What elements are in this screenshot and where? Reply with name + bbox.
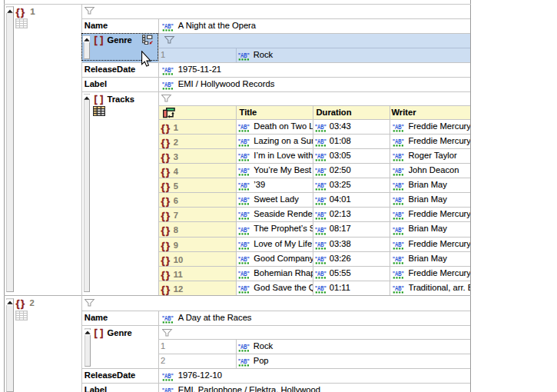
svg-text:"AB": "AB" — [238, 196, 250, 204]
svg-text:"AB": "AB" — [238, 240, 250, 247]
svg-text:"AB": "AB" — [393, 211, 404, 218]
svg-text:"AB": "AB" — [393, 167, 404, 174]
svg-text:"AB": "AB" — [393, 225, 404, 233]
svg-text:"AB": "AB" — [238, 211, 250, 218]
svg-text:"AB": "AB" — [162, 372, 174, 380]
svg-text:"AB": "AB" — [162, 314, 174, 322]
svg-text:"AB": "AB" — [238, 284, 250, 292]
svg-text:"AB": "AB" — [238, 225, 250, 233]
svg-text:"AB": "AB" — [238, 254, 250, 262]
svg-text:"AB": "AB" — [393, 181, 404, 189]
svg-text:"AB": "AB" — [393, 122, 404, 130]
svg-text:"AB": "AB" — [162, 65, 174, 73]
svg-text:"AB": "AB" — [315, 137, 327, 145]
svg-text:"AB": "AB" — [238, 137, 250, 145]
svg-text:"AB": "AB" — [315, 254, 327, 262]
svg-text:"AB": "AB" — [393, 196, 404, 204]
svg-text:"AB": "AB" — [315, 284, 327, 292]
svg-text:"AB": "AB" — [393, 254, 404, 262]
svg-text:"AB": "AB" — [238, 167, 250, 174]
svg-text:"AB": "AB" — [315, 211, 327, 218]
svg-text:"AB": "AB" — [393, 270, 404, 277]
svg-text:"AB": "AB" — [238, 122, 250, 130]
svg-text:"AB": "AB" — [315, 270, 327, 277]
svg-text:"AB": "AB" — [238, 270, 250, 277]
svg-text:"AB": "AB" — [238, 181, 250, 189]
svg-text:"AB": "AB" — [238, 152, 250, 160]
svg-text:"AB": "AB" — [238, 357, 250, 365]
svg-text:"AB": "AB" — [315, 240, 327, 247]
svg-text:"AB": "AB" — [393, 284, 404, 292]
svg-text:"AB": "AB" — [162, 22, 174, 29]
svg-text:"AB": "AB" — [393, 240, 404, 247]
svg-text:"AB": "AB" — [162, 80, 174, 88]
svg-text:"AB": "AB" — [315, 196, 327, 204]
svg-text:"AB": "AB" — [315, 225, 327, 233]
svg-text:"AB": "AB" — [162, 387, 174, 392]
svg-text:"AB": "AB" — [315, 181, 327, 189]
svg-text:"AB": "AB" — [238, 343, 250, 350]
svg-text:"AB": "AB" — [315, 167, 327, 174]
svg-text:"AB": "AB" — [393, 152, 404, 160]
svg-text:"AB": "AB" — [393, 137, 404, 145]
svg-text:"AB": "AB" — [315, 152, 327, 160]
svg-text:"AB": "AB" — [315, 122, 327, 130]
svg-text:"AB": "AB" — [238, 51, 250, 59]
